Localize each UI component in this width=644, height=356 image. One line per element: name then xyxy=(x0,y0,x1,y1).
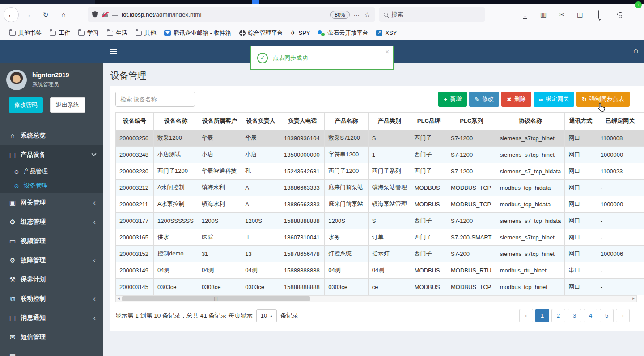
device-search-input[interactable] xyxy=(115,92,195,107)
sidebar-subitem[interactable]: ⊙产品管理 xyxy=(0,164,103,179)
sidebar-item[interactable]: ▤ xyxy=(0,347,103,356)
page-button[interactable]: 4 xyxy=(584,309,597,322)
bookmark-item[interactable]: 综合管理平台 xyxy=(235,28,287,38)
pocket-message-icon[interactable] xyxy=(595,11,602,18)
table-row[interactable]: 200003211A水泵控制镇海水利A13886663333庶来门前泵站镇海泵站… xyxy=(116,196,644,213)
bookmark-item[interactable]: 其他 xyxy=(131,28,160,38)
sidebar-toggle-icon[interactable] xyxy=(110,49,117,54)
column-header[interactable]: PLC系列 xyxy=(447,113,496,130)
table-cell: 15888888888 xyxy=(280,213,325,229)
sidebar-item[interactable]: ⌂系统总览 xyxy=(0,126,103,145)
horizontal-scrollbar[interactable]: ◂ ||| ▸ xyxy=(115,295,637,302)
delete-button[interactable]: ✖删除 xyxy=(501,92,531,107)
table-cell: 04测 xyxy=(198,262,241,279)
column-header[interactable]: 负责人电话 xyxy=(280,113,325,130)
forward-button[interactable]: → xyxy=(23,11,32,19)
library-icon[interactable]: ▥ xyxy=(540,11,547,19)
column-header[interactable]: 设备编号 xyxy=(116,113,154,130)
page-button[interactable]: 1 xyxy=(535,309,549,322)
url-text[interactable]: iot.idosp.net/admin/index.html xyxy=(122,11,326,18)
bookmark-item[interactable]: 工作 xyxy=(46,28,74,38)
sidebar-subitem[interactable]: ⊙设备管理 xyxy=(0,179,103,193)
page-button[interactable]: 2 xyxy=(551,309,565,322)
download-icon[interactable]: ↓ xyxy=(521,11,529,19)
table-row[interactable]: 200003248小唐测试小唐小唐13500000000字符串12001西门子S… xyxy=(116,147,644,163)
bookmark-item[interactable]: 腾讯企业邮箱 - 收件箱 xyxy=(160,28,235,38)
table-row[interactable]: 200003152控制demo311315878656478灯控系统指示灯西门子… xyxy=(116,246,644,262)
next-page-button[interactable]: › xyxy=(616,309,630,322)
bookmark-item[interactable]: 生活 xyxy=(103,28,131,38)
lock-slash-icon[interactable] xyxy=(102,11,108,18)
column-header[interactable]: 协议名称 xyxy=(496,113,565,130)
browser-tab-bar[interactable] xyxy=(0,0,644,4)
table-cell: - xyxy=(597,213,644,229)
scroll-left-icon[interactable]: ◂ xyxy=(116,296,122,302)
edit-button[interactable]: ✎修改 xyxy=(469,92,499,107)
add-button[interactable]: +新增 xyxy=(438,92,467,107)
sidebar-item[interactable]: ⚒保养计划 xyxy=(0,270,103,289)
table-cell: 西门子 xyxy=(411,213,447,229)
scroll-right-icon[interactable]: ▸ xyxy=(631,296,636,302)
permissions-icon[interactable] xyxy=(112,12,118,17)
table-row[interactable]: 20000314904测04测04测1588888888804测04测MODBU… xyxy=(116,262,644,279)
bookmark-item[interactable]: XSY xyxy=(372,28,401,38)
page-button[interactable]: 3 xyxy=(568,309,581,322)
zoom-badge[interactable]: 80% xyxy=(330,11,350,19)
column-header[interactable]: 产品名称 xyxy=(325,113,368,130)
address-bar[interactable]: iot.idosp.net/admin/index.html 80% ⋯ ☆ xyxy=(88,7,375,22)
column-header[interactable]: 通讯方式 xyxy=(565,113,597,130)
logout-button[interactable]: 退出系统 xyxy=(50,97,85,113)
browser-search-input[interactable] xyxy=(391,11,480,18)
bookmark-item[interactable]: SPY xyxy=(287,28,314,38)
table-row[interactable]: 2000031450303ce0303ce0303ce1588888888803… xyxy=(116,279,644,295)
table-row[interactable]: 200003212A水闸控制镇海水利A13886663333庶来门前泵站镇海泵站… xyxy=(116,180,644,196)
sidebar-item[interactable]: ▭视频管理 xyxy=(0,231,103,251)
column-header[interactable]: 设备负责人 xyxy=(242,113,280,130)
toast-close-icon[interactable]: × xyxy=(385,48,389,55)
column-header[interactable]: 设备名称 xyxy=(153,113,198,130)
page-button[interactable]: 5 xyxy=(600,309,614,322)
table-cell: 1 xyxy=(368,147,411,163)
back-button[interactable]: ← xyxy=(4,7,19,22)
update-badge-icon[interactable]: ↑ xyxy=(635,1,642,8)
page-size-dropdown[interactable]: 10 ▴ xyxy=(256,309,277,322)
browser-search[interactable] xyxy=(379,7,485,22)
sidebar-item[interactable]: ▤产品设备 xyxy=(0,145,103,164)
reload-button[interactable]: ↻ xyxy=(41,11,50,19)
change-password-button[interactable]: 修改密码 xyxy=(9,97,43,113)
bookmark-star-icon[interactable]: ☆ xyxy=(364,11,370,19)
shield-icon[interactable] xyxy=(92,11,98,18)
sidebar-item[interactable]: ▣网关管理‹ xyxy=(0,193,103,212)
scrollbar-thumb[interactable]: ||| xyxy=(122,296,310,301)
active-tab[interactable] xyxy=(0,0,95,4)
column-header[interactable]: 设备所属客户 xyxy=(198,113,241,130)
bookmark-item[interactable]: 萤石云开放平台 xyxy=(314,28,372,38)
table-row[interactable]: 200003256数采1200华辰华辰18390936104数采S71200S西… xyxy=(116,130,644,147)
table-cell: 镇海水利 xyxy=(198,180,241,196)
summary-suffix: 条记录 xyxy=(280,312,299,320)
table-cell: siemens_s7tcp_hinet xyxy=(496,246,565,262)
sidebar-item[interactable]: ▤消息通知‹ xyxy=(0,308,103,327)
bookmark-item[interactable]: 其他书签 xyxy=(5,28,46,38)
sidebar-toggle-browser-icon[interactable]: ◫ xyxy=(576,11,584,19)
table-row[interactable]: 200003230西门子1200华辰智通科技孔15243642681西门子120… xyxy=(116,163,644,180)
column-header[interactable]: 已绑定网关 xyxy=(597,113,644,130)
bookmark-item[interactable]: 学习 xyxy=(74,28,103,38)
prev-page-button[interactable]: ‹ xyxy=(519,309,533,322)
screenshot-clipper-icon[interactable]: ✂ xyxy=(558,11,565,19)
navbar-home-icon[interactable]: ⌂ xyxy=(633,46,638,55)
table-row[interactable]: 200003165供水医院王18607310041水务订单西门子S7-200-S… xyxy=(116,229,644,246)
column-header[interactable]: PLC品牌 xyxy=(411,113,447,130)
table-cell: 15243642681 xyxy=(280,163,325,180)
force-sync-button[interactable]: ↻强制同步点表 xyxy=(576,92,630,107)
sidebar-item[interactable]: ⧉联动控制‹ xyxy=(0,289,103,308)
column-header[interactable]: 产品类别 xyxy=(368,113,411,130)
table-row[interactable]: 2000031771200SSSSSS1200S1200S15888888888… xyxy=(116,213,644,229)
home-button[interactable]: ⌂ xyxy=(59,11,68,18)
bind-gateway-button[interactable]: ∞绑定网关 xyxy=(534,92,574,107)
sidebar-item[interactable]: ⚙组态管理‹ xyxy=(0,212,103,231)
sidebar-item[interactable]: ⚙故障管理‹ xyxy=(0,251,103,270)
page-actions-icon[interactable]: ⋯ xyxy=(354,11,360,18)
sidebar-item[interactable]: ✉短信管理 xyxy=(0,327,103,347)
folder-bookmark-icon xyxy=(9,31,16,36)
